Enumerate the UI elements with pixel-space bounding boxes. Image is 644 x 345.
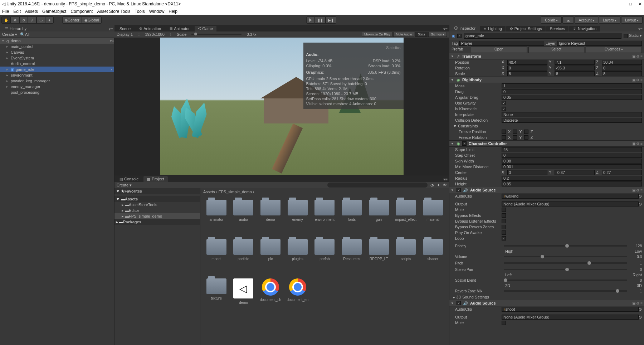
bypass-listener-checkbox[interactable] bbox=[502, 219, 506, 223]
mute2-checkbox[interactable] bbox=[502, 321, 506, 325]
project-search[interactable] bbox=[327, 183, 428, 188]
menu-help[interactable]: Help bbox=[169, 9, 177, 14]
account-dropdown[interactable]: Account ▾ bbox=[575, 16, 598, 24]
freeze-pos-x[interactable] bbox=[502, 130, 506, 134]
use-gravity-checkbox[interactable] bbox=[502, 101, 506, 105]
scene-tab[interactable]: Scene bbox=[116, 26, 134, 31]
maximize-on-play-toggle[interactable]: Maximize On Play bbox=[362, 32, 393, 37]
project-folder[interactable]: ▸ ▬ Editor bbox=[114, 208, 200, 213]
pos-x[interactable]: 40.4 bbox=[507, 60, 547, 65]
step-button[interactable]: ▶❚ bbox=[326, 16, 336, 24]
mute-audio-toggle[interactable]: Mute Audio bbox=[393, 32, 414, 37]
cc-enabled-checkbox[interactable] bbox=[462, 141, 467, 146]
audioclip-field[interactable]: ♪ walking bbox=[502, 194, 639, 199]
prefab-open-button[interactable]: Open bbox=[471, 47, 527, 53]
folder-item[interactable]: animator bbox=[205, 200, 228, 235]
bypass-effects-checkbox[interactable] bbox=[502, 213, 506, 218]
priority-slider[interactable] bbox=[504, 245, 627, 247]
folder-item[interactable]: pic bbox=[259, 239, 282, 275]
file-item[interactable]: ◁demo bbox=[232, 278, 255, 314]
object-picker-icon[interactable]: ⊙ bbox=[639, 315, 642, 320]
hand-tool-button[interactable]: ✋ bbox=[1, 16, 11, 24]
transform-tool-button[interactable]: ✦ bbox=[45, 16, 54, 24]
file-item[interactable]: document_ch bbox=[259, 278, 282, 314]
freeze-rot-x[interactable] bbox=[502, 135, 506, 140]
menu-edit[interactable]: Edit bbox=[13, 9, 21, 14]
rotate-tool-button[interactable]: ↻ bbox=[19, 16, 28, 24]
prefab-overrides-button[interactable]: Overrides ▾ bbox=[586, 47, 642, 53]
audio-enabled-checkbox[interactable] bbox=[457, 188, 461, 192]
active-checkbox[interactable] bbox=[457, 34, 462, 38]
hierarchy-scene-root[interactable]: ▼◁demo▾≡ bbox=[0, 38, 114, 44]
project-create-dropdown[interactable]: Create ▾ bbox=[117, 183, 132, 188]
object-picker-icon[interactable]: ⊙ bbox=[639, 194, 642, 199]
freeze-rot-y[interactable] bbox=[513, 135, 517, 140]
project-filter-icon[interactable]: ✦ bbox=[437, 183, 440, 188]
menu-gameobject[interactable]: GameObject bbox=[42, 9, 66, 14]
services-tab[interactable]: Services bbox=[546, 26, 569, 31]
rigidbody-component-header[interactable]: ▼◉Rigidbody▣ ⚙ ≡ bbox=[449, 77, 644, 83]
hierarchy-item-selected[interactable]: ▸▣game_role› bbox=[0, 67, 114, 72]
audio-source-header[interactable]: ▼🔊Audio Source▣ ⚙ ≡ bbox=[449, 187, 644, 193]
hierarchy-item[interactable]: ▸Canvas bbox=[0, 49, 114, 55]
close-button[interactable]: ✕ bbox=[638, 1, 642, 6]
panel-options-icon[interactable]: ▾≡ bbox=[109, 27, 113, 31]
menu-window[interactable]: Window bbox=[149, 9, 165, 14]
angular-drag-field[interactable]: 0.05 bbox=[502, 95, 642, 100]
volume-slider[interactable] bbox=[504, 256, 627, 257]
folder-item[interactable]: gun bbox=[367, 200, 391, 235]
animator-tab[interactable]: ⊞ Animator bbox=[166, 26, 193, 31]
pitch-slider[interactable] bbox=[504, 262, 627, 264]
min-move-field[interactable]: 0.001 bbox=[502, 164, 642, 169]
object-picker-icon[interactable]: ⊙ bbox=[639, 202, 642, 206]
rect-tool-button[interactable]: ▭ bbox=[36, 16, 45, 24]
hierarchy-tab[interactable]: ☰ Hierarchy bbox=[1, 26, 30, 31]
folder-item[interactable]: shader bbox=[421, 239, 445, 275]
folder-item[interactable]: RPGPP_LT bbox=[367, 239, 391, 275]
folder-item[interactable]: fonts bbox=[340, 200, 364, 235]
pivot-toggle[interactable]: ⊕Center bbox=[62, 16, 82, 24]
project-filter-icon[interactable]: ◔ bbox=[430, 183, 434, 188]
mute-checkbox[interactable] bbox=[502, 208, 506, 212]
mass-field[interactable]: 1 bbox=[502, 83, 642, 88]
console-tab[interactable]: ▤ Console bbox=[116, 176, 142, 182]
folder-item[interactable]: Resources bbox=[340, 239, 364, 275]
prefab-select-button[interactable]: Select bbox=[528, 47, 585, 53]
center-y[interactable]: -0.37 bbox=[555, 170, 595, 175]
folder-item[interactable]: enemy bbox=[286, 200, 309, 235]
menu-component[interactable]: Component bbox=[70, 9, 93, 14]
navigation-tab[interactable]: ⛯ Navigation bbox=[569, 26, 600, 31]
project-tab[interactable]: ▦ Project bbox=[143, 176, 167, 182]
scale-x[interactable]: 8 bbox=[507, 71, 547, 76]
lighting-tab[interactable]: ☀ Lighting bbox=[480, 26, 506, 31]
radius-field[interactable]: 0.2 bbox=[502, 176, 642, 181]
hierarchy-item[interactable]: ▸EventSystem bbox=[0, 55, 114, 61]
folder-item[interactable]: plugins bbox=[286, 239, 309, 275]
interpolate-dropdown[interactable]: None bbox=[502, 112, 642, 117]
menu-assets[interactable]: Assets bbox=[25, 9, 38, 14]
folder-item[interactable]: demo bbox=[259, 200, 282, 235]
play-button[interactable] bbox=[306, 16, 315, 24]
reverb-mix-slider[interactable] bbox=[504, 290, 627, 292]
layout-dropdown[interactable]: Layout ▾ bbox=[621, 16, 643, 24]
panel-options-icon[interactable]: ▾≡ bbox=[443, 177, 448, 182]
assets-header[interactable]: ▼ ▬ Assets bbox=[114, 196, 200, 202]
spatial-blend-slider[interactable] bbox=[504, 280, 627, 281]
cloud-button[interactable]: ☁ bbox=[562, 16, 574, 24]
audio2-enabled-checkbox[interactable] bbox=[457, 301, 461, 305]
move-tool-button[interactable]: ✥ bbox=[11, 16, 19, 24]
output2-field[interactable]: None (Audio Mixer Group) bbox=[502, 315, 639, 320]
hierarchy-item[interactable]: ▸environment bbox=[0, 72, 114, 78]
space-toggle[interactable]: ◉Global bbox=[82, 16, 102, 24]
pause-button[interactable]: ❚❚ bbox=[315, 16, 326, 24]
resolution-dropdown[interactable]: 1920x1080 bbox=[145, 32, 164, 37]
character-controller-header[interactable]: ▼◉Character Controller▣ ⚙ ≡ bbox=[449, 140, 644, 147]
project-hidden-icon[interactable]: 👁 bbox=[443, 183, 447, 187]
pos-y[interactable]: 7.1 bbox=[555, 60, 595, 65]
favorites-header[interactable]: ▼ ★ Favorites bbox=[114, 188, 200, 194]
audio-source-2-header[interactable]: ▼🔊Audio Source▣ ⚙ ≡ bbox=[449, 300, 644, 306]
hierarchy-item[interactable]: post_processing bbox=[0, 89, 114, 95]
hierarchy-search[interactable]: 🔍All bbox=[20, 32, 29, 37]
display-dropdown[interactable]: Display 1 bbox=[117, 32, 133, 37]
object-picker-icon[interactable]: ⊙ bbox=[639, 307, 642, 312]
